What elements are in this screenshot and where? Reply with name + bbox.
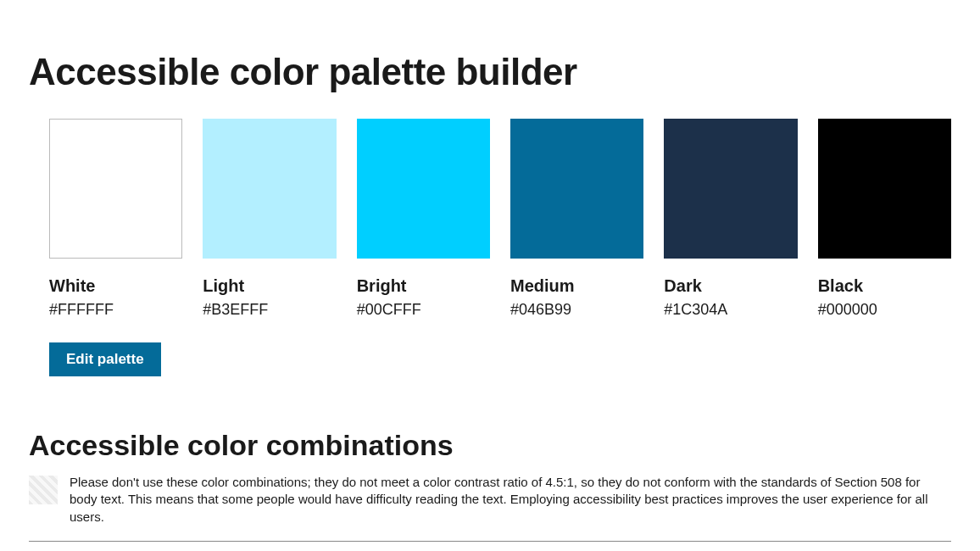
swatch-card: Light#B3EFFF	[203, 119, 336, 319]
swatch-label: Black	[818, 276, 951, 296]
swatch-card: White#FFFFFF	[49, 119, 182, 319]
swatch-box[interactable]	[664, 119, 797, 259]
swatch-hex: #046B99	[510, 301, 643, 319]
swatch-hex: #00CFFF	[357, 301, 490, 319]
edit-palette-button[interactable]: Edit palette	[49, 342, 161, 376]
combinations-header-row: White text#FFFFFFLight text#B3EFFFBright…	[29, 541, 951, 551]
swatch-box[interactable]	[818, 119, 951, 259]
warning-note-text: Please don't use these color combination…	[70, 474, 951, 526]
page-title: Accessible color palette builder	[29, 51, 951, 93]
swatch-label: White	[49, 276, 182, 296]
swatch-box[interactable]	[357, 119, 490, 259]
swatch-hex: #B3EFFF	[203, 301, 336, 319]
swatch-label: Medium	[510, 276, 643, 296]
swatch-box[interactable]	[203, 119, 336, 259]
palette-row: White#FFFFFFLight#B3EFFFBright#00CFFFMed…	[49, 119, 951, 319]
swatch-hex: #FFFFFF	[49, 301, 182, 319]
swatch-box[interactable]	[49, 119, 182, 259]
swatch-card: Dark#1C304A	[664, 119, 797, 319]
swatch-box[interactable]	[510, 119, 643, 259]
swatch-label: Dark	[664, 276, 797, 296]
swatch-card: Black#000000	[818, 119, 951, 319]
warning-note: Please don't use these color combination…	[29, 474, 951, 526]
combinations-heading: Accessible color combinations	[29, 429, 951, 462]
swatch-card: Bright#00CFFF	[357, 119, 490, 319]
swatch-label: Bright	[357, 276, 490, 296]
swatch-hex: #1C304A	[664, 301, 797, 319]
swatch-hex: #000000	[818, 301, 951, 319]
hatch-icon	[29, 476, 58, 504]
swatch-label: Light	[203, 276, 336, 296]
swatch-card: Medium#046B99	[510, 119, 643, 319]
